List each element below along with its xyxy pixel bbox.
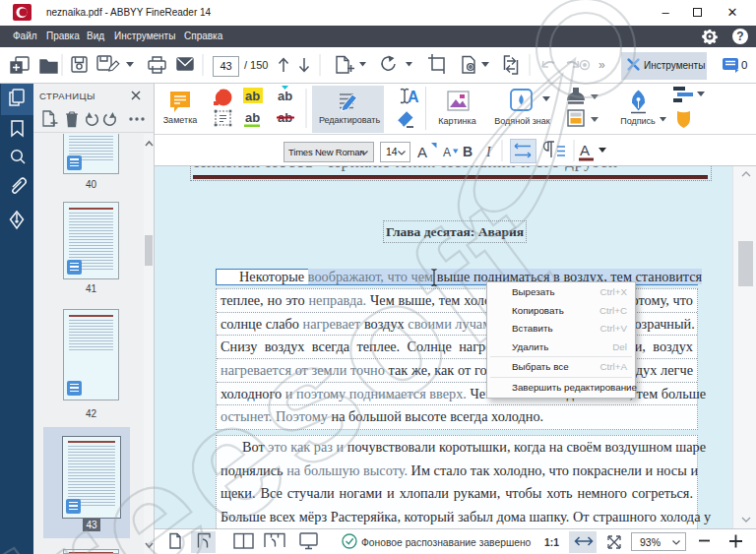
svg-text:?: ? [736,30,743,43]
svg-text:ab: ab [245,89,260,103]
svg-text:»: » [598,58,605,72]
svg-text:ab: ab [278,89,292,103]
svg-text:A: A [417,144,427,160]
svg-text:B: B [463,144,472,159]
svg-text:A: A [443,146,451,159]
svg-text:I: I [485,145,492,159]
svg-text:ab: ab [245,110,260,125]
svg-text:A: A [408,89,419,105]
svg-text:0: 0 [741,59,747,71]
svg-text:A: A [580,142,590,158]
